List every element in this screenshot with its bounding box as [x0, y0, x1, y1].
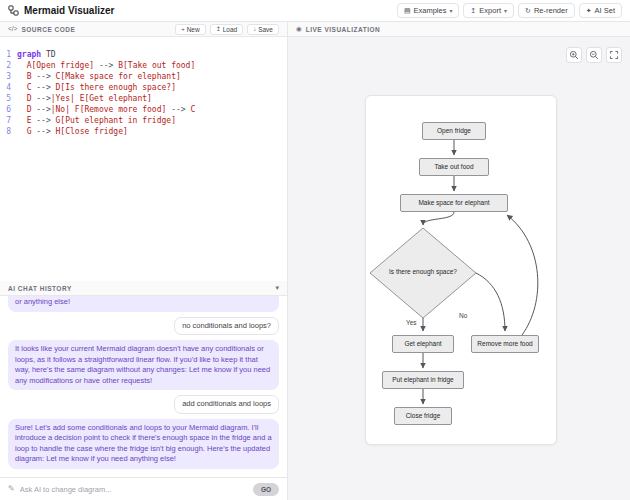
export-label: Export	[479, 6, 501, 15]
examples-icon: ▤	[404, 7, 411, 14]
node-put-elephant: Put elephant in fridge	[382, 371, 464, 389]
rerender-button[interactable]: ↻ Re-render	[518, 3, 575, 18]
fullscreen-button[interactable]	[606, 47, 622, 63]
chat-panel-title: AI CHAT HISTORY	[8, 285, 72, 292]
node-decision-label: Is there enough space?	[373, 268, 473, 275]
source-panel-header: </> SOURCE CODE + New ↥ Load ↓ Save	[0, 22, 287, 37]
diagram-card: Open fridge Take out food Make space for…	[365, 95, 557, 445]
node-make-space: Make space for elephant	[400, 194, 508, 212]
chat-message-ai: It looks like your current Mermaid diagr…	[8, 340, 279, 390]
refresh-icon: ↻	[525, 7, 531, 14]
code-text: A[Open fridge] --> B[Take out food]	[17, 60, 195, 71]
load-label: Load	[223, 26, 237, 33]
code-line[interactable]: 6 D -->|No| F[Remove more food] --> C	[0, 104, 287, 115]
line-number: 2	[0, 60, 17, 71]
zoom-in-button[interactable]	[566, 47, 582, 63]
line-number: 4	[0, 82, 17, 93]
node-close-fridge: Close fridge	[394, 407, 452, 425]
chat-panel-header: AI CHAT HISTORY ▾	[0, 281, 287, 296]
node-get-elephant: Get elephant	[392, 335, 454, 353]
zoom-in-icon	[569, 50, 579, 60]
code-editor[interactable]: 1graph TD2 A[Open fridge] --> B[Take out…	[0, 37, 287, 281]
chat-message-user: no conditionals and loops?	[174, 317, 279, 336]
code-icon: </>	[8, 26, 17, 33]
app-title: Mermaid Visualizer	[24, 5, 114, 16]
chat-history[interactable]: or anything else!no conditionals and loo…	[0, 296, 287, 477]
zoom-out-button[interactable]	[586, 47, 602, 63]
chat-message-user: add conditionals and loops	[174, 395, 279, 414]
upload-icon: ↥	[216, 26, 221, 32]
sparkle-icon: ✦	[586, 7, 592, 14]
go-button[interactable]: GO	[253, 483, 279, 496]
line-number: 7	[0, 115, 17, 126]
new-button[interactable]: + New	[175, 24, 206, 35]
code-line[interactable]: 3 B --> C[Make space for elephant]	[0, 71, 287, 82]
node-remove-more-food: Remove more food	[471, 335, 539, 353]
live-view-icon: ◉	[296, 26, 302, 33]
line-number: 8	[0, 126, 17, 137]
app-logo-icon	[8, 5, 19, 16]
rerender-label: Re-render	[534, 6, 568, 15]
node-take-out-food: Take out food	[419, 158, 489, 176]
export-icon: ↥	[470, 7, 476, 14]
chat-input[interactable]	[20, 485, 248, 494]
viz-panel-header: ◉ LIVE VISUALIZATION	[288, 22, 630, 37]
chat-input-bar: ✎ GO	[0, 477, 287, 500]
save-icon: ↓	[253, 26, 256, 32]
zoom-controls	[566, 47, 622, 63]
line-number: 6	[0, 104, 17, 115]
pencil-icon: ✎	[8, 485, 15, 493]
code-text: C --> D[Is there enough space?]	[17, 82, 176, 93]
line-number: 3	[0, 71, 17, 82]
save-label: Save	[258, 26, 273, 33]
code-text: B --> C[Make space for elephant]	[17, 71, 181, 82]
viz-panel-title: LIVE VISUALIZATION	[306, 26, 381, 33]
code-text: graph TD	[17, 49, 56, 60]
collapse-chevron-icon[interactable]: ▾	[275, 284, 279, 292]
new-file-icon: +	[181, 26, 185, 32]
left-panel: </> SOURCE CODE + New ↥ Load ↓ Save	[0, 22, 288, 500]
diagram-canvas[interactable]: Open fridge Take out food Make space for…	[288, 37, 630, 500]
code-line[interactable]: 2 A[Open fridge] --> B[Take out food]	[0, 60, 287, 71]
save-button[interactable]: ↓ Save	[247, 24, 279, 35]
mermaid-visualizer-app: Mermaid Visualizer ▤ Examples ▾ ↥ Export…	[0, 0, 630, 500]
code-text: E --> G[Put elephant in fridge]	[17, 115, 176, 126]
line-number: 1	[0, 49, 17, 60]
new-label: New	[187, 26, 200, 33]
fullscreen-icon	[609, 50, 619, 60]
chat-message-ai: Sure! Let's add some conditionals and lo…	[8, 419, 279, 469]
ai-set-label: AI Set	[595, 6, 615, 15]
chat-message-ai: or anything else!	[8, 296, 279, 312]
code-lines: 1graph TD2 A[Open fridge] --> B[Take out…	[0, 49, 287, 137]
topbar-actions: ▤ Examples ▾ ↥ Export ▾ ↻ Re-render ✦ AI…	[397, 3, 622, 18]
code-text: D -->|No| F[Remove more food] --> C	[17, 104, 195, 115]
code-line[interactable]: 8 G --> H[Close fridge]	[0, 126, 287, 137]
load-button[interactable]: ↥ Load	[210, 24, 244, 35]
examples-label: Examples	[414, 6, 447, 15]
source-panel-title: SOURCE CODE	[21, 26, 75, 33]
source-actions: + New ↥ Load ↓ Save	[175, 24, 279, 35]
code-text: D -->|Yes| E[Get elephant]	[17, 93, 152, 104]
chevron-down-icon: ▾	[504, 8, 507, 14]
top-bar: Mermaid Visualizer ▤ Examples ▾ ↥ Export…	[0, 0, 630, 22]
node-open-fridge: Open fridge	[422, 122, 486, 140]
examples-button[interactable]: ▤ Examples ▾	[397, 3, 460, 18]
code-line[interactable]: 7 E --> G[Put elephant in fridge]	[0, 115, 287, 126]
code-line[interactable]: 4 C --> D[Is there enough space?]	[0, 82, 287, 93]
export-button[interactable]: ↥ Export ▾	[463, 3, 514, 18]
edge-label-no: No	[459, 312, 467, 319]
main-area: </> SOURCE CODE + New ↥ Load ↓ Save	[0, 22, 630, 500]
code-text: G --> H[Close fridge]	[17, 126, 128, 137]
zoom-out-icon	[589, 50, 599, 60]
line-number: 5	[0, 93, 17, 104]
edge-label-yes: Yes	[406, 319, 417, 326]
code-line[interactable]: 1graph TD	[0, 49, 287, 60]
code-line[interactable]: 5 D -->|Yes| E[Get elephant]	[0, 93, 287, 104]
visualization-panel: ◉ LIVE VISUALIZATION	[288, 22, 630, 500]
ai-set-button[interactable]: ✦ AI Set	[579, 3, 622, 18]
chevron-down-icon: ▾	[449, 8, 452, 14]
